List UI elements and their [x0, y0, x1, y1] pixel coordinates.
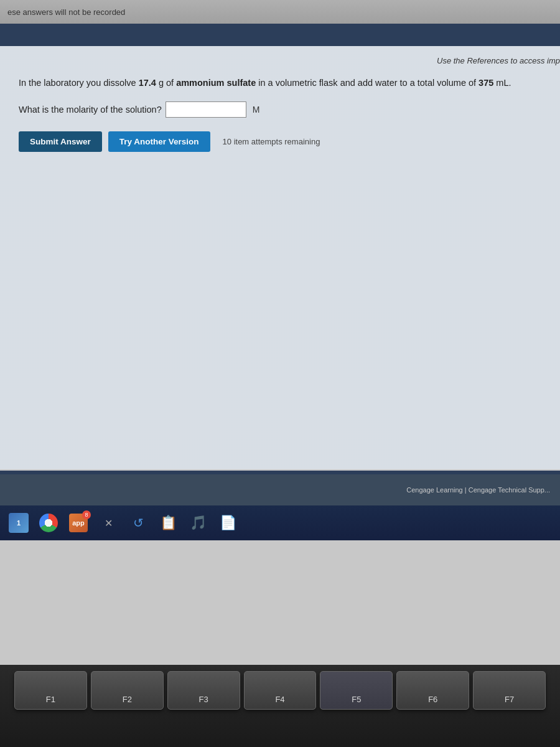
key-f3-label: F3 — [199, 695, 208, 704]
audio-icon: ↺ — [133, 515, 144, 530]
footer-text: Cengage Learning | Cengage Technical Sup… — [406, 486, 550, 494]
key-f2[interactable]: F2 — [91, 671, 164, 710]
viewer-icon: 📄 — [220, 515, 236, 531]
key-f5-label: F5 — [352, 695, 361, 704]
taskbar-doc-button[interactable]: 📋 — [154, 509, 182, 537]
top-bar-text: ese answers will not be recorded — [7, 7, 125, 17]
close-icon: ✕ — [105, 517, 113, 529]
media-icon: 🎵 — [190, 515, 207, 531]
question-paragraph: In the laboratory you dissolve 17.4 g of… — [19, 76, 541, 90]
footer-area: Cengage Learning | Cengage Technical Sup… — [0, 474, 560, 505]
molarity-answer-input[interactable] — [166, 101, 246, 118]
key-f3[interactable]: F3 — [167, 671, 240, 710]
molarity-input-row: What is the molarity of the solution? M — [19, 101, 541, 118]
key-f2-label: F2 — [123, 695, 132, 704]
key-f6-label: F6 — [428, 695, 437, 704]
buttons-row: Submit Answer Try Another Version 10 ite… — [19, 131, 541, 152]
unit-label: M — [253, 105, 260, 115]
key-f6[interactable]: F6 — [396, 671, 469, 710]
notification-badge: 8 — [82, 510, 91, 519]
submit-answer-button[interactable]: Submit Answer — [19, 131, 102, 152]
nav-bar — [0, 24, 560, 46]
taskbar: 1 app 8 ✕ ↺ 📋 🎵 📄 — [0, 505, 560, 540]
attempts-remaining-text: 10 item attempts remaining — [223, 137, 320, 146]
molarity-question-label: What is the molarity of the solution? — [19, 105, 162, 115]
key-f1-label: F1 — [46, 695, 55, 704]
question-volume-unit: mL. — [493, 78, 511, 88]
top-bar: ese answers will not be recorded — [0, 0, 560, 24]
question-suffix: in a volumetric flask and add water to a… — [256, 78, 478, 88]
question-volume: 375 — [478, 78, 493, 88]
taskbar-start-icon: 1 — [9, 513, 29, 533]
document-icon: 📋 — [160, 515, 177, 531]
taskbar-chrome-icon — [39, 514, 58, 532]
key-f1[interactable]: F1 — [14, 671, 87, 710]
references-link[interactable]: Use the References to access imp — [437, 56, 560, 65]
taskbar-chrome-button[interactable] — [35, 509, 62, 537]
key-f5[interactable]: F5 — [320, 671, 393, 710]
key-f7[interactable]: F7 — [473, 671, 546, 710]
question-compound: ammonium sulfate — [176, 78, 256, 88]
key-f4[interactable]: F4 — [244, 671, 317, 710]
taskbar-audio-button[interactable]: ↺ — [124, 509, 152, 537]
try-another-version-button[interactable]: Try Another Version — [108, 131, 210, 152]
taskbar-start-button[interactable]: 1 — [5, 509, 32, 537]
taskbar-media-button[interactable]: 🎵 — [184, 509, 212, 537]
question-prefix: In the laboratory you dissolve — [19, 78, 139, 88]
taskbar-viewer-button[interactable]: 📄 — [214, 509, 241, 537]
question-mass: 17.4 — [139, 78, 156, 88]
key-f7-label: F7 — [505, 695, 514, 704]
question-mass-unit: g — [159, 78, 164, 88]
key-f4-label: F4 — [275, 695, 284, 704]
taskbar-notification-button[interactable]: app 8 — [65, 509, 92, 537]
keyboard-area: F1 F2 F3 F4 F5 F6 F7 — [0, 665, 560, 747]
references-text: Use the References to access imp — [437, 56, 560, 65]
fkey-group: F1 F2 F3 F4 F5 F6 F7 — [0, 671, 560, 710]
main-content: Use the References to access imp In the … — [0, 46, 560, 469]
taskbar-x-button[interactable]: ✕ — [95, 509, 122, 537]
question-of-text: of — [164, 78, 176, 88]
